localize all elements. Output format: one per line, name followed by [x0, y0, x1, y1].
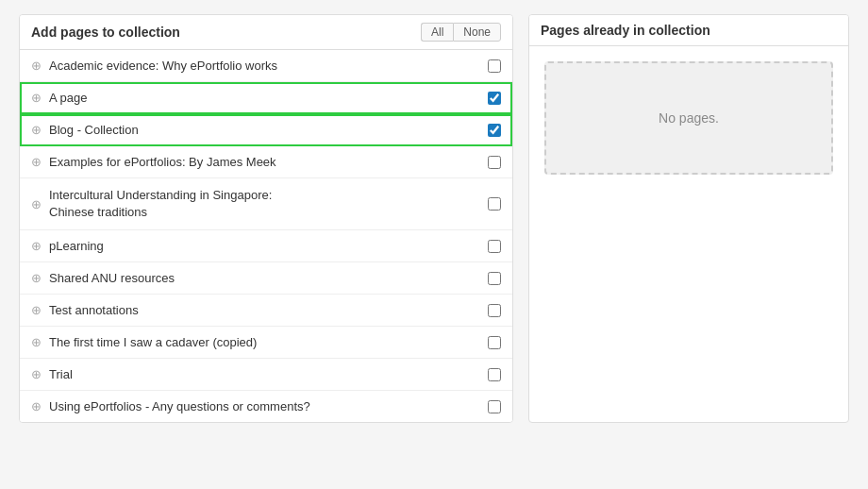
page-list: ⊕Academic evidence: Why ePortfolio works…: [20, 50, 512, 422]
page-checkbox[interactable]: [488, 59, 501, 73]
all-button[interactable]: All: [421, 23, 453, 42]
drag-handle-icon: ⊕: [31, 155, 42, 169]
all-none-btn-group: All None: [421, 23, 501, 42]
page-item: ⊕Examples for ePortfolios: By James Meek: [20, 146, 512, 178]
drag-handle-icon: ⊕: [31, 367, 42, 381]
page-item: ⊕Shared ANU resources: [20, 262, 512, 295]
page-item: ⊕Intercultural Understanding in Singapor…: [20, 178, 512, 230]
page-item: ⊕Trial: [20, 359, 512, 391]
page-label: A page: [49, 91, 488, 105]
page-label: Shared ANU resources: [49, 271, 488, 285]
page-checkbox[interactable]: [488, 368, 501, 381]
main-container: Add pages to collection All None ⊕Academ…: [19, 14, 849, 423]
drag-handle-icon: ⊕: [31, 303, 42, 317]
page-checkbox[interactable]: [488, 400, 501, 413]
page-checkbox[interactable]: [488, 156, 501, 169]
page-label: Examples for ePortfolios: By James Meek: [49, 155, 488, 169]
drag-handle-icon: ⊕: [31, 399, 42, 413]
drag-handle-icon: ⊕: [31, 91, 42, 105]
right-panel-header: Pages already in collection: [529, 15, 848, 46]
page-item: ⊕A page: [20, 82, 512, 114]
drag-handle-icon: ⊕: [31, 59, 42, 73]
page-item: ⊕Blog - Collection: [20, 114, 512, 146]
page-label: Test annotations: [49, 303, 488, 317]
page-label: pLearning: [49, 239, 488, 253]
drag-handle-icon: ⊕: [31, 239, 42, 253]
page-checkbox[interactable]: [488, 272, 501, 285]
page-item: ⊕Using ePortfolios - Any questions or co…: [20, 391, 512, 422]
page-label: Using ePortfolios - Any questions or com…: [49, 399, 488, 413]
page-label: Intercultural Understanding in Singapore…: [49, 187, 488, 221]
left-panel-title: Add pages to collection: [31, 25, 180, 40]
page-checkbox[interactable]: [488, 336, 501, 349]
page-checkbox[interactable]: [488, 240, 501, 253]
page-label: Blog - Collection: [49, 123, 488, 137]
no-pages-container: No pages.: [544, 61, 833, 175]
left-panel: Add pages to collection All None ⊕Academ…: [19, 14, 513, 423]
page-item: ⊕Test annotations: [20, 295, 512, 327]
none-button[interactable]: None: [453, 23, 501, 42]
drag-handle-icon: ⊕: [31, 335, 42, 349]
page-label: Trial: [49, 367, 488, 381]
page-item: ⊕pLearning: [20, 230, 512, 262]
no-pages-text: No pages.: [659, 110, 719, 126]
page-label: Academic evidence: Why ePortfolio works: [49, 59, 488, 73]
page-item: ⊕Academic evidence: Why ePortfolio works: [20, 50, 512, 82]
page-checkbox[interactable]: [488, 197, 501, 211]
right-panel: Pages already in collection No pages.: [528, 14, 849, 423]
page-item: ⊕The first time I saw a cadaver (copied): [20, 327, 512, 359]
left-panel-header: Add pages to collection All None: [20, 15, 512, 50]
page-label: The first time I saw a cadaver (copied): [49, 335, 488, 349]
drag-handle-icon: ⊕: [31, 123, 42, 137]
drag-handle-icon: ⊕: [31, 271, 42, 285]
page-checkbox[interactable]: [488, 124, 501, 137]
right-panel-title: Pages already in collection: [541, 23, 710, 38]
drag-handle-icon: ⊕: [31, 197, 42, 211]
page-checkbox[interactable]: [488, 92, 501, 105]
page-checkbox[interactable]: [488, 304, 501, 317]
